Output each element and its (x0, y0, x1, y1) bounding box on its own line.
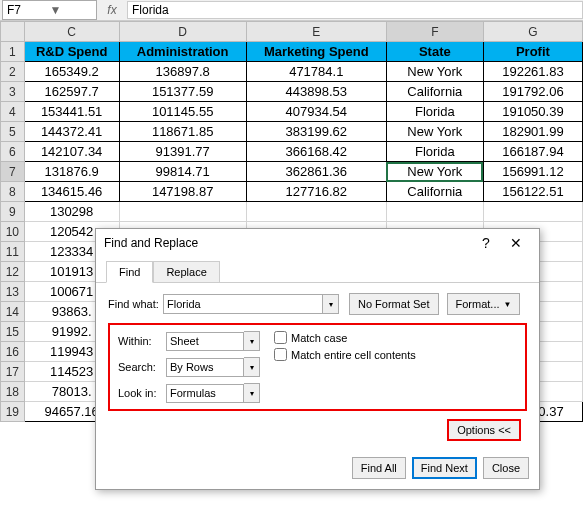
row-header-6[interactable]: 6 (1, 142, 25, 162)
format-button[interactable]: Format...▼ (447, 293, 521, 315)
cell[interactable]: Florida (386, 142, 483, 162)
row-header-13[interactable]: 13 (1, 282, 25, 302)
search-label: Search: (118, 361, 166, 373)
col-header-D[interactable]: D (119, 22, 246, 42)
cell[interactable]: Florida (386, 102, 483, 122)
row-header-17[interactable]: 17 (1, 362, 25, 382)
tab-find[interactable]: Find (106, 261, 153, 283)
find-all-button[interactable]: Find All (352, 457, 406, 479)
cell[interactable]: 142107.34 (24, 142, 119, 162)
chevron-down-icon: ▼ (50, 3, 93, 17)
cell[interactable]: 162597.7 (24, 82, 119, 102)
row-header-16[interactable]: 16 (1, 342, 25, 362)
tab-replace[interactable]: Replace (153, 261, 219, 282)
col-header-G[interactable]: G (483, 22, 582, 42)
cell[interactable]: 156122.51 (483, 182, 582, 202)
options-area: Within: Sheet ▾ Search: By Rows ▾ Look i… (108, 323, 527, 411)
cell[interactable]: 191792.06 (483, 82, 582, 102)
no-format-button[interactable]: No Format Set (349, 293, 439, 315)
within-select[interactable]: Sheet (166, 332, 244, 351)
table-header[interactable]: Administration (119, 42, 246, 62)
col-header-E[interactable]: E (246, 22, 386, 42)
within-label: Within: (118, 335, 166, 347)
cell[interactable]: 91391.77 (119, 142, 246, 162)
cell[interactable]: 166187.94 (483, 142, 582, 162)
cell[interactable]: California (386, 82, 483, 102)
cell[interactable]: 99814.71 (119, 162, 246, 182)
chevron-down-icon[interactable]: ▾ (323, 294, 339, 314)
cell[interactable]: 192261.83 (483, 62, 582, 82)
row-header-7[interactable]: 7 (1, 162, 25, 182)
cell[interactable]: 151377.59 (119, 82, 246, 102)
row-header-2[interactable]: 2 (1, 62, 25, 82)
cell[interactable]: 130298 (24, 202, 119, 222)
chevron-down-icon[interactable]: ▾ (244, 331, 260, 351)
formula-bar[interactable]: Florida (127, 1, 583, 19)
cell[interactable]: 156991.12 (483, 162, 582, 182)
col-header-F[interactable]: F (386, 22, 483, 42)
row-header-5[interactable]: 5 (1, 122, 25, 142)
cell[interactable]: 383199.62 (246, 122, 386, 142)
table-header[interactable]: Marketing Spend (246, 42, 386, 62)
row-header-3[interactable]: 3 (1, 82, 25, 102)
find-next-button[interactable]: Find Next (412, 457, 477, 479)
row-header-8[interactable]: 8 (1, 182, 25, 202)
name-box[interactable]: F7 ▼ (2, 0, 97, 20)
table-header[interactable]: R&D Spend (24, 42, 119, 62)
table-header[interactable]: State (386, 42, 483, 62)
cell[interactable]: 144372.41 (24, 122, 119, 142)
find-what-input[interactable] (163, 294, 323, 314)
options-button[interactable]: Options << (447, 419, 521, 441)
cell[interactable]: 165349.2 (24, 62, 119, 82)
row-header-15[interactable]: 15 (1, 322, 25, 342)
cell[interactable] (386, 202, 483, 222)
cell[interactable]: 407934.54 (246, 102, 386, 122)
cell[interactable]: 134615.46 (24, 182, 119, 202)
close-icon[interactable]: ✕ (501, 232, 531, 254)
cell[interactable]: 366168.42 (246, 142, 386, 162)
row-header-1[interactable]: 1 (1, 42, 25, 62)
find-replace-dialog: Find and Replace ? ✕ Find Replace Find w… (95, 228, 540, 490)
cell[interactable]: 118671.85 (119, 122, 246, 142)
table-header[interactable]: Profit (483, 42, 582, 62)
cell[interactable]: 147198.87 (119, 182, 246, 202)
cell[interactable]: 362861.36 (246, 162, 386, 182)
row-header-14[interactable]: 14 (1, 302, 25, 322)
row-header-4[interactable]: 4 (1, 102, 25, 122)
row-header-9[interactable]: 9 (1, 202, 25, 222)
row-header-19[interactable]: 19 (1, 402, 25, 422)
col-header-C[interactable]: C (24, 22, 119, 42)
cell[interactable] (119, 202, 246, 222)
cell[interactable] (246, 202, 386, 222)
close-button[interactable]: Close (483, 457, 529, 479)
cell[interactable]: 182901.99 (483, 122, 582, 142)
match-case-checkbox[interactable] (274, 331, 287, 344)
name-box-value: F7 (7, 3, 50, 17)
cell[interactable]: 443898.53 (246, 82, 386, 102)
match-entire-label: Match entire cell contents (291, 349, 416, 361)
cell[interactable]: 101145.55 (119, 102, 246, 122)
row-header-10[interactable]: 10 (1, 222, 25, 242)
cell[interactable] (483, 202, 582, 222)
select-all-corner[interactable] (1, 22, 25, 42)
help-icon[interactable]: ? (471, 232, 501, 254)
cell[interactable]: 131876.9 (24, 162, 119, 182)
cell[interactable]: New York (386, 162, 483, 182)
cell[interactable]: 136897.8 (119, 62, 246, 82)
chevron-down-icon[interactable]: ▾ (244, 357, 260, 377)
lookin-select[interactable]: Formulas (166, 384, 244, 403)
cell[interactable]: New York (386, 122, 483, 142)
fx-label[interactable]: fx (97, 3, 127, 17)
cell[interactable]: New York (386, 62, 483, 82)
row-header-12[interactable]: 12 (1, 262, 25, 282)
chevron-down-icon[interactable]: ▾ (244, 383, 260, 403)
cell[interactable]: California (386, 182, 483, 202)
search-select[interactable]: By Rows (166, 358, 244, 377)
cell[interactable]: 153441.51 (24, 102, 119, 122)
cell[interactable]: 191050.39 (483, 102, 582, 122)
cell[interactable]: 471784.1 (246, 62, 386, 82)
cell[interactable]: 127716.82 (246, 182, 386, 202)
row-header-18[interactable]: 18 (1, 382, 25, 402)
match-entire-checkbox[interactable] (274, 348, 287, 361)
row-header-11[interactable]: 11 (1, 242, 25, 262)
